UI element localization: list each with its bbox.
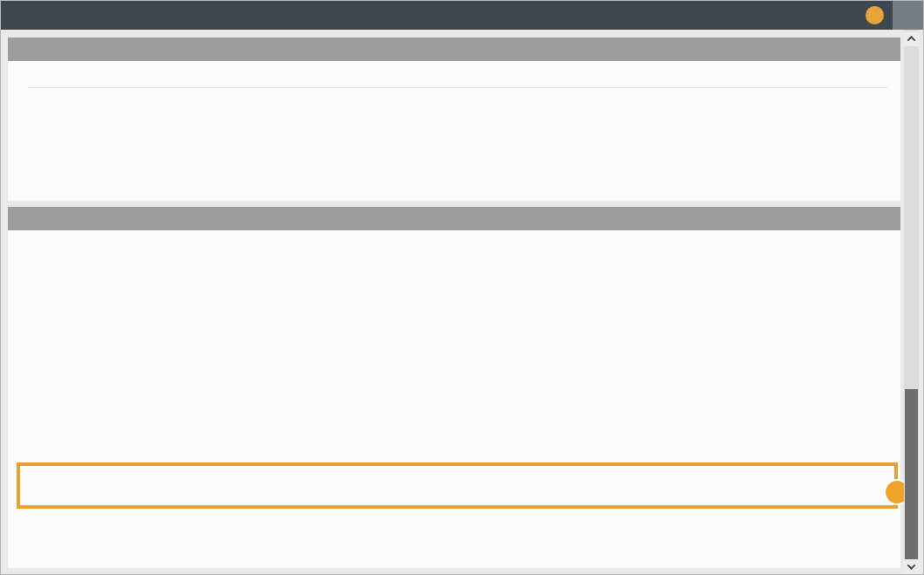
table-header-row	[8, 230, 900, 250]
device-technical-test-dialog	[0, 0, 924, 575]
help-icon[interactable]	[866, 6, 884, 24]
close-icon[interactable]	[893, 1, 924, 30]
vertical-scrollbar[interactable]	[904, 30, 919, 575]
device-info-fields	[8, 61, 900, 75]
scroll-up-icon[interactable]	[904, 31, 919, 46]
interface-table	[8, 230, 900, 568]
scrollbar-thumb[interactable]	[905, 389, 918, 560]
success-banner	[8, 38, 900, 61]
device-info-panel	[8, 61, 900, 201]
table-section-header	[8, 207, 900, 230]
titlebar	[1, 1, 924, 30]
description-label	[27, 109, 126, 127]
scroll-down-icon[interactable]	[904, 559, 919, 574]
